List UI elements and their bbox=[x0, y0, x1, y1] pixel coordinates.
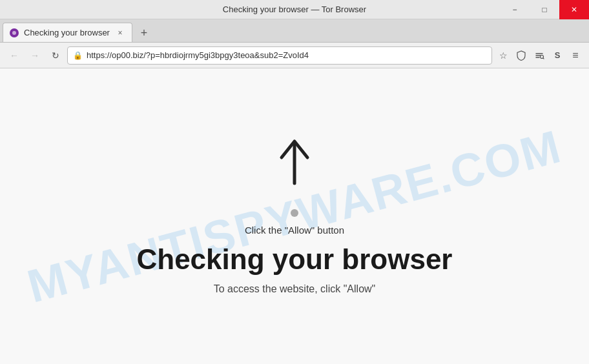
lock-icon: 🔒 bbox=[73, 51, 83, 60]
active-tab[interactable]: Checking your browser × bbox=[3, 23, 132, 42]
main-heading: Checking your browser bbox=[136, 243, 452, 276]
extensions-button[interactable] bbox=[531, 47, 548, 64]
close-button[interactable]: ✕ bbox=[559, 0, 589, 19]
bookmark-button[interactable]: ☆ bbox=[495, 47, 512, 64]
click-instruction: Click the "Allow" button bbox=[245, 225, 344, 236]
nav-icons: ☆ S ≡ bbox=[495, 47, 584, 64]
tab-favicon bbox=[10, 28, 19, 37]
sub-text: To access the website, click "Allow" bbox=[214, 283, 376, 295]
page-content: Click the "Allow" button Checking your b… bbox=[136, 138, 452, 295]
tab-close-button[interactable]: × bbox=[115, 28, 125, 38]
titlebar-controls: − □ ✕ bbox=[500, 0, 589, 19]
back-button[interactable]: ← bbox=[5, 46, 23, 65]
forward-button[interactable]: → bbox=[26, 46, 44, 65]
tab-label: Checking your browser bbox=[24, 28, 110, 37]
tabbar: Checking your browser × + bbox=[0, 19, 589, 43]
navbar: ← → ↻ 🔒 https://op00.biz/?p=hbrdiojrmy5g… bbox=[0, 43, 589, 68]
address-bar[interactable]: 🔒 https://op00.biz/?p=hbrdiojrmy5gi3bpgy… bbox=[67, 46, 492, 65]
svg-line-1 bbox=[543, 57, 544, 58]
reload-button[interactable]: ↻ bbox=[46, 46, 65, 65]
titlebar-title: Checking your browser — Tor Browser bbox=[223, 5, 366, 14]
main-content: MYANTISPYWARE.COM Click the "Allow" butt… bbox=[0, 68, 589, 364]
url-text: https://op00.biz/?p=hbrdiojrmy5gi3bpgy3t… bbox=[87, 50, 486, 60]
account-button[interactable]: S bbox=[549, 47, 566, 64]
up-arrow-svg bbox=[275, 138, 314, 190]
minimize-button[interactable]: − bbox=[500, 0, 530, 19]
extensions-icon bbox=[534, 50, 544, 61]
titlebar: Checking your browser — Tor Browser − □ … bbox=[0, 0, 589, 19]
shield-icon bbox=[516, 50, 526, 61]
menu-button[interactable]: ≡ bbox=[567, 47, 584, 64]
dot-indicator bbox=[291, 209, 298, 217]
arrow-up-indicator bbox=[275, 138, 314, 196]
maximize-button[interactable]: □ bbox=[530, 0, 559, 19]
new-tab-button[interactable]: + bbox=[135, 24, 153, 42]
shield-button[interactable] bbox=[513, 47, 530, 64]
